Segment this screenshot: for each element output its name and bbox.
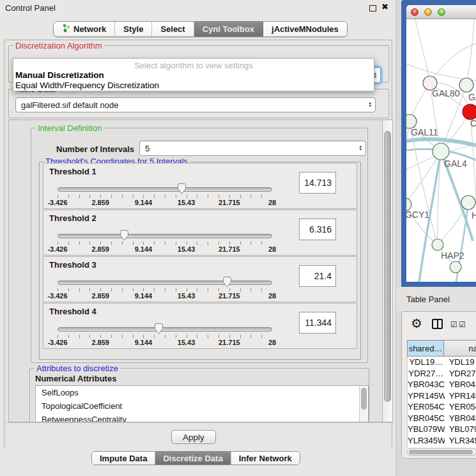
table-body[interactable]: YDL19…YDL19YDR27…YDR27YBR043CYBR043CYPR1… <box>407 357 476 448</box>
cell-shared-name[interactable]: YBL079W <box>408 424 445 434</box>
column-header-shared-name[interactable]: shared… <box>407 340 444 357</box>
network-node[interactable] <box>433 143 449 160</box>
cell-name[interactable]: YBL079W <box>445 424 476 434</box>
close-icon[interactable]: ✖ <box>381 2 388 12</box>
network-node[interactable] <box>459 78 473 92</box>
slider-track[interactable] <box>58 327 272 332</box>
tab-network[interactable]: Network <box>54 22 115 36</box>
cell-name[interactable]: YPR145W <box>445 391 476 401</box>
tick-label: 28 <box>268 245 276 253</box>
cell-shared-name[interactable]: YBR043C <box>408 380 445 389</box>
tick-label: -3.426 <box>47 292 67 300</box>
slider-thumb[interactable] <box>177 183 187 194</box>
algorithm-dropdown-popup: Select algorithm to view settings Manual… <box>13 58 374 91</box>
network-node[interactable] <box>463 104 476 119</box>
tab-style[interactable]: Style <box>115 22 152 36</box>
slider-thumb[interactable] <box>222 277 232 288</box>
table-row[interactable]: YDR27…YDR27 <box>408 368 476 380</box>
network-node[interactable] <box>406 114 417 128</box>
tick-label: 2.859 <box>91 292 109 300</box>
table-data-group: Table Data galFiltered.sif default node … <box>8 89 389 118</box>
threshold-value-field[interactable]: 21.4 <box>299 265 336 287</box>
attribute-list-item[interactable]: TopologicalCoefficient <box>36 399 368 413</box>
table-horizontal-scrollbar[interactable] <box>407 448 476 456</box>
slider-track[interactable] <box>58 280 272 285</box>
table-row[interactable]: YBL079WYBL079W <box>408 424 476 435</box>
network-node-label: GCY1 <box>406 210 429 220</box>
table-row[interactable]: YBR045CYBR045C <box>408 413 476 424</box>
tab-infer-network[interactable]: Infer Network <box>231 452 300 464</box>
gear-icon[interactable]: ⚙ <box>411 316 422 331</box>
close-traffic-light-icon[interactable] <box>411 8 418 16</box>
cell-shared-name[interactable]: YDR27… <box>408 369 445 378</box>
cell-shared-name[interactable]: YBR045C <box>408 413 445 423</box>
network-canvas[interactable]: GAL80GACGAL11GAL4GCY1HHAP2 <box>406 19 476 282</box>
settings-vertical-scrollbar[interactable] <box>382 120 392 422</box>
minimize-traffic-light-icon[interactable] <box>424 8 432 16</box>
scrollbar-thumb[interactable] <box>409 450 473 454</box>
table-data-combobox[interactable]: galFiltered.sif default node ▴▾ <box>15 97 376 112</box>
interval-definition-group: Interval Definition Number of Intervals … <box>31 128 368 363</box>
cell-name[interactable]: YBR043C <box>445 380 476 389</box>
zoom-traffic-light-icon[interactable] <box>438 8 445 16</box>
network-window-titlebar[interactable] <box>406 5 476 19</box>
slider-track[interactable] <box>58 187 272 192</box>
table-row[interactable]: YPR145WYPR145W <box>408 390 476 402</box>
table-row[interactable]: YDL19…YDL19 <box>408 357 476 368</box>
attribute-list-item[interactable]: SelfLoops <box>36 386 368 399</box>
tab-cyni-toolbox[interactable]: Cyni Toolbox <box>194 22 263 36</box>
network-node[interactable] <box>432 239 443 250</box>
dropdown-item-manual-discretization[interactable]: Manual Discretization <box>15 70 104 80</box>
checkbox-icon[interactable]: ☑ <box>450 320 457 329</box>
stepper-icon: ▴▾ <box>359 145 362 151</box>
tick-label: 15.43 <box>178 199 196 206</box>
cell-shared-name[interactable]: YLR345W <box>408 436 445 445</box>
tab-select[interactable]: Select <box>152 22 194 36</box>
tab-discretize-data[interactable]: Discretize Data <box>155 452 231 464</box>
column-header-name[interactable]: name <box>444 340 476 357</box>
threshold-value-field[interactable]: 11.344 <box>299 312 336 334</box>
cell-shared-name[interactable]: YER054C <box>408 402 445 411</box>
cell-shared-name[interactable]: YPR145W <box>408 391 445 401</box>
cell-name[interactable]: YBR045C <box>445 413 476 423</box>
network-node-label: GA <box>468 92 476 102</box>
split-columns-icon[interactable] <box>432 319 443 329</box>
threshold-slider[interactable]: -3.4262.8599.14415.4321.71528 <box>58 231 272 255</box>
cell-shared-name[interactable]: YDL19… <box>408 357 445 367</box>
threshold-slider[interactable]: -3.4262.8599.14415.4321.71528 <box>58 324 272 348</box>
attribute-list-item[interactable]: BetweennessCentrality <box>36 413 368 422</box>
numerical-attributes-list[interactable]: SelfLoopsTopologicalCoefficientBetweenne… <box>35 385 369 422</box>
number-of-intervals-combobox[interactable]: 5 ▴▾ <box>139 141 366 156</box>
apply-button[interactable]: Apply <box>171 430 216 444</box>
network-node[interactable] <box>406 198 411 211</box>
control-tabbar: Network Style Select Cyni Toolbox jActiv… <box>53 21 348 37</box>
table-row[interactable]: YLR345WYLR345W <box>408 435 476 447</box>
scrollbar-thumb[interactable] <box>361 388 367 410</box>
cell-name[interactable]: YLR345W <box>445 436 476 445</box>
threshold-label: Threshold 1 <box>49 167 96 176</box>
cell-name[interactable]: YDR27 <box>445 369 476 378</box>
threshold-slider[interactable]: -3.4262.8599.14415.4321.71528 <box>58 184 272 208</box>
threshold-value-field[interactable]: 14.713 <box>299 172 336 194</box>
tab-jactivemnodules[interactable]: jActiveMNodules <box>263 22 347 36</box>
float-window-icon[interactable] <box>369 5 376 12</box>
tab-impute-data[interactable]: Impute Data <box>92 452 155 464</box>
network-node[interactable] <box>450 261 461 273</box>
network-node[interactable] <box>461 196 475 210</box>
slider-thumb[interactable] <box>154 323 164 334</box>
checkbox-icon[interactable]: ☑ <box>459 320 466 329</box>
threshold-slider[interactable]: -3.4262.8599.14415.4321.71528 <box>58 277 272 302</box>
threshold-value-field[interactable]: 6.316 <box>299 219 336 240</box>
tick-label: 15.43 <box>178 339 196 346</box>
table-row[interactable]: YBR043CYBR043C <box>408 379 476 390</box>
table-row[interactable]: YER054CYER054C <box>408 401 476 413</box>
scrollbar-thumb[interactable] <box>384 131 391 402</box>
slider-thumb[interactable] <box>119 230 129 241</box>
right-split-pane: GAL80GACGAL11GAL4GCY1HHAP2 Table Panel ⚙… <box>396 0 476 476</box>
attributes-scrollbar[interactable] <box>359 387 367 422</box>
threshold-panels: Threshold 1 -3.4262.8599.14415.4321.7152… <box>40 163 360 349</box>
cell-name[interactable]: YER054C <box>445 402 476 411</box>
cell-name[interactable]: YDL19 <box>445 357 476 367</box>
dropdown-item-equal-width-frequency[interactable]: Equal Width/Frequency Discretization <box>15 81 159 90</box>
slider-track[interactable] <box>58 234 272 238</box>
